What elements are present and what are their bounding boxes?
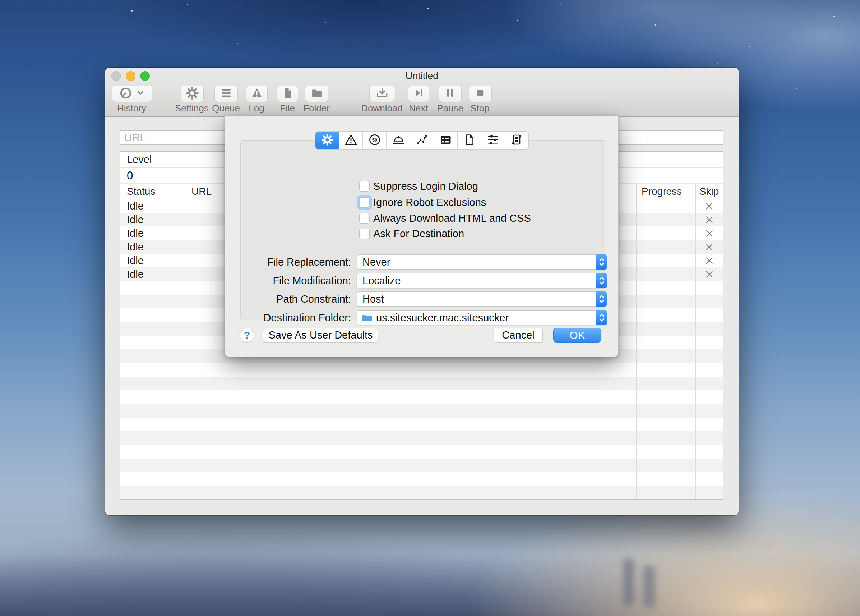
settings-group-box: Suppress Login Dialog Ignore Robot Exclu… [240, 140, 605, 320]
popup-stepper-icon[interactable] [596, 255, 607, 270]
checkbox-label[interactable]: Ask For Destination [373, 228, 464, 240]
table-row[interactable] [120, 486, 723, 500]
skip-cell[interactable] [695, 256, 723, 266]
log-button[interactable] [246, 86, 268, 102]
sliders-icon [487, 134, 500, 148]
popup-value: us.sitesucker.mac.sitesucker [376, 312, 508, 324]
star [427, 8, 429, 9]
toolbar-label: History [112, 103, 152, 113]
star [516, 20, 518, 21]
status-cell: Idle [120, 214, 186, 226]
destination-folder-popup[interactable]: us.sitesucker.mac.sitesucker [357, 310, 607, 325]
background-silhouette [623, 559, 634, 606]
status-cell: Idle [120, 255, 186, 267]
stop-icon [474, 86, 487, 101]
settings-button[interactable] [181, 86, 204, 102]
file-replacement-label: File Replacement: [255, 255, 351, 270]
file-button[interactable] [277, 86, 298, 102]
group-separator [268, 248, 609, 248]
tab-bell[interactable] [386, 132, 410, 149]
pause-button[interactable] [439, 86, 461, 102]
checkbox-ignore-robot-exclusions[interactable] [359, 197, 370, 208]
speed-limit-50-icon: 50 [368, 134, 381, 148]
checkbox-label[interactable]: Suppress Login Dialog [373, 181, 478, 192]
path-constraint-popup[interactable]: Host [357, 291, 607, 306]
table-row[interactable] [120, 363, 723, 377]
skip-x-icon[interactable] [705, 201, 714, 211]
pause-icon [444, 86, 457, 101]
tab-speed-limit[interactable]: 50 [363, 132, 386, 149]
tab-paths[interactable] [410, 132, 433, 149]
skip-cell[interactable] [695, 242, 723, 252]
checkbox-label[interactable]: Ignore Robot Exclusions [373, 196, 486, 209]
table-row[interactable] [120, 459, 723, 472]
folder-button[interactable] [305, 86, 328, 102]
table-row[interactable] [120, 472, 723, 486]
save-as-user-defaults-button[interactable]: Save As User Defaults [263, 328, 378, 343]
star [796, 88, 797, 90]
file-modification-popup[interactable]: Localize [357, 273, 607, 288]
svg-text:50: 50 [372, 137, 377, 143]
star [654, 24, 656, 26]
toolbar-label: Queue [210, 103, 242, 113]
ok-button[interactable]: OK [553, 328, 601, 343]
table-row[interactable] [120, 418, 723, 431]
settings-dialog: 50 Suppress Login Di [224, 116, 618, 357]
path-route-icon [416, 134, 428, 148]
toolbar-label: Settings [174, 103, 210, 113]
status-cell: Idle [120, 228, 186, 239]
column-header-status[interactable]: Status [120, 186, 186, 197]
tab-general-gear[interactable] [315, 132, 339, 149]
skip-x-icon[interactable] [705, 229, 714, 238]
skip-x-icon[interactable] [705, 242, 714, 252]
warning-triangle-icon [250, 86, 264, 101]
folder-icon [310, 86, 324, 101]
checkbox-always-download-html-css[interactable] [359, 213, 370, 223]
skip-x-icon[interactable] [705, 270, 714, 279]
skip-x-icon[interactable] [705, 215, 714, 225]
checkbox-suppress-login-dialog[interactable] [359, 181, 370, 192]
checkbox-ask-for-destination[interactable] [359, 229, 370, 239]
download-button[interactable] [369, 86, 395, 102]
table-row[interactable] [120, 404, 723, 418]
toolbar-label: Stop [466, 103, 494, 113]
file-replacement-popup[interactable]: Never [357, 255, 607, 270]
help-button[interactable]: ? [240, 328, 254, 343]
column-header-progress[interactable]: Progress [636, 186, 695, 197]
warning-triangle-icon [345, 134, 358, 148]
table-row[interactable] [120, 445, 723, 459]
tab-file-types[interactable] [457, 132, 481, 149]
skip-cell[interactable] [695, 201, 723, 211]
skip-cell[interactable] [695, 215, 723, 225]
table-row[interactable] [120, 431, 723, 445]
popup-value: Localize [363, 275, 400, 287]
path-constraint-row: Path Constraint: Host [241, 291, 604, 306]
history-clock-icon [118, 86, 147, 101]
settings-tab-bar: 50 [315, 131, 529, 149]
gear-icon [321, 134, 334, 148]
checkbox-row-ignore-robot-exclusions: Ignore Robot Exclusions [359, 197, 486, 208]
skip-x-icon[interactable] [705, 256, 714, 266]
cancel-button[interactable]: Cancel [494, 328, 543, 343]
table-row[interactable] [120, 390, 723, 404]
gear-icon [185, 86, 199, 102]
tab-filters-sliders[interactable] [481, 132, 505, 149]
skip-cell[interactable] [695, 229, 723, 238]
tab-script[interactable] [505, 132, 529, 149]
table-row[interactable] [120, 377, 723, 390]
folder-icon [362, 313, 372, 322]
popup-stepper-icon[interactable] [596, 291, 607, 306]
document-icon [281, 86, 295, 101]
history-button[interactable] [112, 86, 152, 102]
stop-button[interactable] [469, 86, 492, 102]
queue-button[interactable] [215, 86, 238, 102]
tab-webform[interactable] [433, 132, 457, 149]
next-button[interactable] [408, 86, 429, 102]
checkbox-label[interactable]: Always Download HTML and CSS [373, 212, 531, 224]
skip-cell[interactable] [695, 270, 723, 279]
column-header-skip[interactable]: Skip [695, 186, 723, 197]
skip-next-icon [413, 86, 425, 101]
popup-stepper-icon[interactable] [596, 273, 607, 288]
popup-stepper-icon[interactable] [596, 310, 607, 325]
tab-warnings[interactable] [339, 132, 363, 149]
